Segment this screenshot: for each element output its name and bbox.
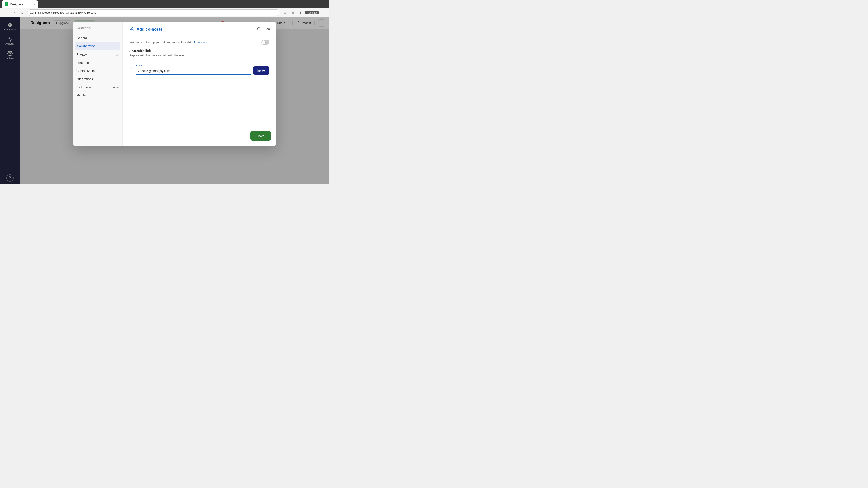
my-plan-label: My plan: [76, 94, 88, 97]
collaboration-label: Collaboration: [77, 44, 96, 48]
email-invite-row: Email Invite: [129, 64, 270, 74]
modal-overlay: Settings General Collaboration Privacy ⓘ…: [20, 17, 329, 184]
settings-nav-general[interactable]: General: [73, 34, 122, 42]
sidebar-item-settings[interactable]: Settings: [3, 48, 17, 62]
shareable-link-toggle[interactable]: [261, 40, 270, 44]
settings-nav-my-plan[interactable]: My plan: [73, 91, 122, 99]
app-container: Interactions Analytics Settings ? ← Desi…: [0, 17, 329, 184]
svg-point-9: [131, 27, 132, 29]
settings-nav-slido-labs[interactable]: Slido Labs BETA: [73, 83, 122, 91]
settings-content: Add co-hosts Invite others to help you w…: [123, 22, 276, 146]
svg-rect-1: [10, 23, 12, 24]
email-label: Email: [136, 64, 251, 67]
settings-title: Settings: [73, 26, 122, 34]
settings-nav-features[interactable]: Features: [73, 59, 122, 67]
refresh-button[interactable]: ↻: [19, 9, 25, 16]
svg-point-4: [9, 53, 11, 54]
incognito-badge: Incognito: [305, 11, 319, 14]
extensions-icon[interactable]: ⊞: [289, 9, 296, 16]
save-button[interactable]: Save: [250, 131, 271, 140]
settings-label: Settings: [6, 57, 14, 59]
tab-favicon: S: [4, 2, 8, 6]
browser-tab-bar: S Designers × +: [0, 0, 329, 8]
svg-rect-0: [8, 23, 9, 24]
browser-tab[interactable]: S Designers ×: [2, 0, 38, 8]
svg-rect-3: [10, 25, 12, 27]
shareable-link-title: Shareable link: [129, 49, 270, 53]
svg-point-10: [131, 68, 132, 69]
interactions-label: Interactions: [4, 29, 16, 31]
general-label: General: [76, 36, 88, 40]
settings-header-icons: [255, 25, 273, 33]
svg-point-5: [257, 27, 260, 30]
invite-button[interactable]: Invite: [253, 66, 270, 74]
main-content: ← Designers ⬆ Upgrade New interface 📅 Oc…: [20, 17, 329, 184]
forward-button[interactable]: →: [11, 9, 17, 16]
shareable-link-desc: Anyone with the link can help with the e…: [129, 54, 270, 57]
email-input[interactable]: [136, 68, 251, 74]
email-person-icon: [129, 67, 134, 73]
downloads-icon[interactable]: ⬇: [297, 9, 304, 16]
features-label: Features: [76, 61, 89, 65]
bookmark-icon[interactable]: ☆: [282, 9, 288, 16]
cohosts-title: Add co-hosts: [136, 27, 162, 32]
address-bar[interactable]: admin.sli.do/event/8GoqSeqYCVaD6c1SPMVoE…: [27, 9, 280, 16]
settings-modal: Settings General Collaboration Privacy ⓘ…: [73, 22, 276, 146]
sidebar-item-interactions[interactable]: Interactions: [3, 20, 17, 33]
new-tab-button[interactable]: +: [39, 1, 45, 7]
svg-line-6: [260, 30, 260, 30]
privacy-label: Privacy: [76, 53, 87, 56]
analytics-label: Analytics: [5, 43, 14, 45]
menu-icon[interactable]: ⋮: [320, 9, 327, 16]
customization-label: Customization: [76, 69, 96, 73]
tab-title: Designers: [10, 2, 23, 6]
left-sidebar: Interactions Analytics Settings ?: [0, 17, 20, 184]
settings-sidebar: Settings General Collaboration Privacy ⓘ…: [73, 22, 123, 146]
svg-rect-2: [8, 25, 9, 27]
help-button[interactable]: ?: [6, 174, 13, 182]
privacy-info-icon: ⓘ: [116, 53, 119, 57]
slido-labs-label: Slido Labs: [76, 86, 91, 89]
sidebar-item-analytics[interactable]: Analytics: [3, 34, 17, 47]
sidebar-bottom: ?: [6, 174, 13, 182]
back-button[interactable]: ←: [3, 9, 9, 16]
settings-nav-integrations[interactable]: Integrations: [73, 75, 122, 83]
cohosts-person-icon: [129, 26, 134, 33]
cohosts-title-row: Add co-hosts: [129, 26, 162, 33]
search-button[interactable]: [255, 25, 263, 33]
shareable-link-section: Shareable link Anyone with the link can …: [129, 49, 270, 59]
cohosts-description: Invite others to help you with managing …: [129, 40, 270, 44]
toggle-wrapper: [261, 40, 270, 44]
tab-close-button[interactable]: ×: [33, 2, 35, 6]
browser-nav-bar: ← → ↻ admin.sli.do/event/8GoqSeqYCVaD6c1…: [0, 8, 329, 17]
settings-nav-collaboration[interactable]: Collaboration: [74, 42, 121, 50]
settings-nav-privacy[interactable]: Privacy ⓘ: [73, 50, 122, 59]
close-button[interactable]: [266, 25, 273, 33]
email-field-wrapper: Email: [136, 64, 251, 74]
integrations-label: Integrations: [76, 77, 93, 81]
cohosts-header: Add co-hosts: [129, 26, 270, 36]
learn-more-link[interactable]: Learn more: [194, 40, 209, 44]
settings-nav-customization[interactable]: Customization: [73, 67, 122, 75]
address-text: admin.sli.do/event/8GoqSeqYCVaD6c1SPMVoE…: [30, 11, 96, 14]
